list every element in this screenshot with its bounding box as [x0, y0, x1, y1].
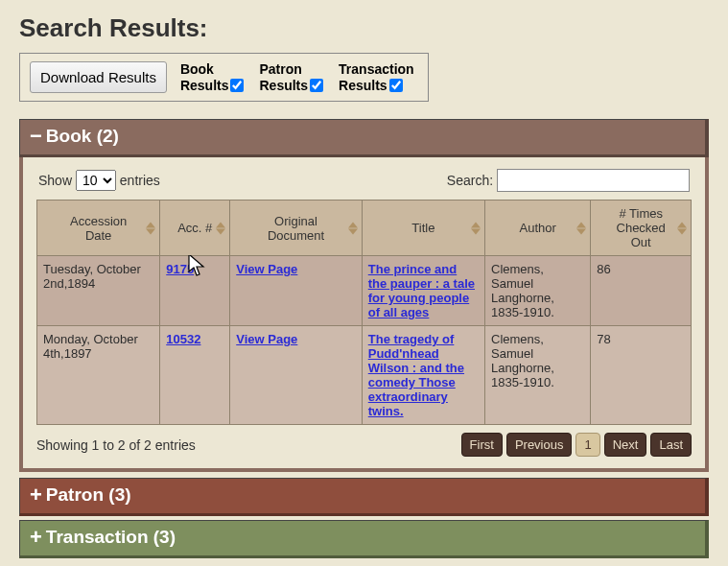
label-line2: Results: [339, 78, 387, 93]
table-row: Monday, October 4th,1897 10532 View Page…: [37, 326, 692, 425]
pager-previous-button[interactable]: Previous: [506, 433, 573, 457]
search-control: Search:: [447, 169, 690, 192]
pager-last-button[interactable]: Last: [650, 433, 692, 457]
pager-page-button[interactable]: 1: [575, 433, 599, 457]
label-line1: Book: [180, 61, 245, 77]
search-label: Search:: [447, 173, 493, 188]
collapse-icon: −: [30, 126, 42, 147]
section-header-label: Transaction (3): [46, 527, 176, 548]
title-link[interactable]: The tragedy of Pudd'nhead Wilson : and t…: [368, 332, 464, 418]
col-header-acc-num[interactable]: Acc. #: [160, 200, 230, 256]
patron-results-checkbox[interactable]: [310, 79, 323, 92]
transaction-results-checkbox[interactable]: [389, 79, 403, 92]
cell-accession-date: Tuesday, October 2nd,1894: [37, 256, 160, 326]
show-prefix: Show: [38, 173, 72, 188]
expand-icon: +: [30, 484, 42, 506]
transaction-results-checkbox-label[interactable]: Transaction Results: [339, 61, 414, 92]
label-line1: Patron: [259, 61, 323, 77]
table-row: Tuesday, October 2nd,1894 9175 View Page…: [37, 256, 692, 326]
cell-accession-date: Monday, October 4th,1897: [37, 326, 160, 425]
cell-author: Clemens, Samuel Langhorne, 1835-1910.: [485, 256, 591, 326]
pagination: First Previous 1 Next Last: [461, 433, 692, 457]
book-results-table: Accession Date Acc. # Original Document …: [36, 200, 692, 425]
page-title: Search Results:: [19, 13, 709, 43]
book-results-checkbox[interactable]: [230, 79, 244, 92]
sort-icon: [216, 222, 225, 234]
result-type-checkboxes: Book Results Patron Results Transaction …: [180, 61, 414, 92]
pager-first-button[interactable]: First: [461, 433, 503, 457]
pager-next-button[interactable]: Next: [604, 433, 647, 457]
entries-length-select[interactable]: 10: [76, 170, 116, 191]
book-results-checkbox-label[interactable]: Book Results: [180, 61, 245, 92]
section-header-transaction[interactable]: + Transaction (3): [19, 520, 709, 558]
col-header-original-doc[interactable]: Original Document: [230, 200, 363, 256]
section-body-book: Show 10 entries Search: Accession Date A…: [19, 157, 709, 472]
section-header-book[interactable]: − Book (2): [19, 119, 709, 157]
options-panel: Download Results Book Results Patron Res…: [19, 53, 429, 102]
sort-icon: [146, 222, 155, 234]
acc-num-link[interactable]: 9175: [166, 262, 194, 276]
title-link[interactable]: The prince and the pauper : a tale for y…: [368, 262, 475, 319]
table-info-text: Showing 1 to 2 of 2 entries: [36, 437, 196, 453]
section-header-label: Book (2): [46, 126, 119, 147]
cell-author: Clemens, Samuel Langhorne, 1835-1910.: [485, 326, 591, 425]
cell-times-out: 86: [591, 256, 692, 326]
length-control: Show 10 entries: [38, 170, 160, 191]
section-header-label: Patron (3): [46, 484, 131, 506]
section-header-patron[interactable]: + Patron (3): [19, 478, 709, 516]
label-line2: Results: [180, 78, 229, 93]
search-input[interactable]: [497, 169, 690, 192]
sort-icon: [348, 222, 358, 234]
acc-num-link[interactable]: 10532: [166, 332, 200, 346]
download-results-button[interactable]: Download Results: [30, 61, 167, 93]
sort-icon: [576, 222, 586, 234]
cell-times-out: 78: [591, 326, 692, 425]
label-line2: Results: [259, 78, 308, 93]
col-header-times-out[interactable]: # Times Checked Out: [591, 200, 692, 256]
col-header-author[interactable]: Author: [485, 200, 591, 256]
label-line1: Transaction: [339, 61, 414, 77]
expand-icon: +: [30, 527, 42, 548]
view-page-link[interactable]: View Page: [236, 332, 297, 346]
col-header-accession-date[interactable]: Accession Date: [37, 200, 160, 256]
patron-results-checkbox-label[interactable]: Patron Results: [259, 61, 323, 92]
col-header-title[interactable]: Title: [362, 200, 484, 256]
sort-icon: [471, 222, 481, 234]
view-page-link[interactable]: View Page: [236, 262, 297, 276]
show-suffix: entries: [120, 173, 160, 188]
sort-icon: [677, 222, 687, 234]
